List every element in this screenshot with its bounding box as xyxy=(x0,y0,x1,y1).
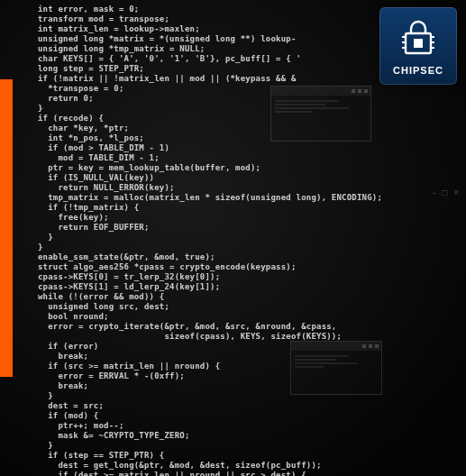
code-line: dest = get_long(&ptr, &mod, &dest, sizeo… xyxy=(38,461,452,471)
chipsec-badge: CHIPSEC xyxy=(379,7,457,85)
code-line: if (recode) { xyxy=(38,114,452,124)
code-line: if (!tmp_matrix) { xyxy=(38,203,452,213)
code-line: cpass->KEYS[1] = ld_lerp_24(key[1]); xyxy=(38,282,452,292)
code-line: if (error) xyxy=(38,342,452,352)
code-line: mod = TABLE_DIM - 1; xyxy=(38,153,452,163)
code-line: free(key); xyxy=(38,213,452,223)
code-line: if (mod > TABLE_DIM - 1) xyxy=(38,143,452,153)
code-line: error = ERRVAL * -(0xff); xyxy=(38,371,452,381)
code-line: if (dest >= matrix_len || nround || src … xyxy=(38,471,452,476)
code-line: ptr++; mod--; xyxy=(38,421,452,431)
lock-chip-icon xyxy=(400,17,436,61)
code-line: if (mod) { xyxy=(38,411,452,421)
code-line: mask &= ~CRYPTO_TYPE_ZERO; xyxy=(38,431,452,441)
code-line: break; xyxy=(38,352,452,362)
code-line: return 0; xyxy=(38,94,452,104)
code-line: } xyxy=(38,233,452,243)
code-line: while (!(error && mod)) { xyxy=(38,292,452,302)
code-line: } xyxy=(38,243,452,252)
code-line: enable_ssm_state(&ptr, &mod, true); xyxy=(38,252,452,262)
code-line: if (step == STEP_PTR) { xyxy=(38,451,452,461)
code-line: break; xyxy=(38,381,452,391)
code-line: dest = src; xyxy=(38,401,452,411)
code-line: if (src >= matrix_len || nround) { xyxy=(38,362,452,371)
code-line: bool nround; xyxy=(38,312,452,322)
code-line: tmp_matrix = malloc(matrix_len * sizeof(… xyxy=(38,193,452,203)
code-line: return EOF_BUFFER; xyxy=(38,223,452,233)
svg-rect-1 xyxy=(414,39,423,48)
code-line: error = crypto_iterate(&ptr, &mod, &src,… xyxy=(38,322,452,332)
code-line: if (IS_NULL_VAL(key)) xyxy=(38,173,452,183)
code-line: *transpose = 0; xyxy=(38,84,452,94)
code-line: cpass->KEYS[0] = tr_lerp_32(key[0]); xyxy=(38,272,452,282)
accent-bar xyxy=(0,79,13,377)
code-line: return NULL_ERROR(key); xyxy=(38,183,452,193)
code-line: int *n_pos, *l_pos; xyxy=(38,133,452,143)
code-line: sizeof(cpass), KEYS, sizeof(KEYS)); xyxy=(38,332,452,342)
code-line: ptr = key = mem_lookup_table(buffer, mod… xyxy=(38,163,452,173)
code-line: } xyxy=(38,441,452,451)
code-line: } xyxy=(38,104,452,114)
code-line: char *key, *ptr; xyxy=(38,124,452,133)
code-line: unsigned long src, dest; xyxy=(38,302,452,312)
badge-label: CHIPSEC xyxy=(393,65,443,76)
code-line: } xyxy=(38,391,452,401)
code-line: struct algo_aes256 *cpass = crypto_encod… xyxy=(38,262,452,272)
